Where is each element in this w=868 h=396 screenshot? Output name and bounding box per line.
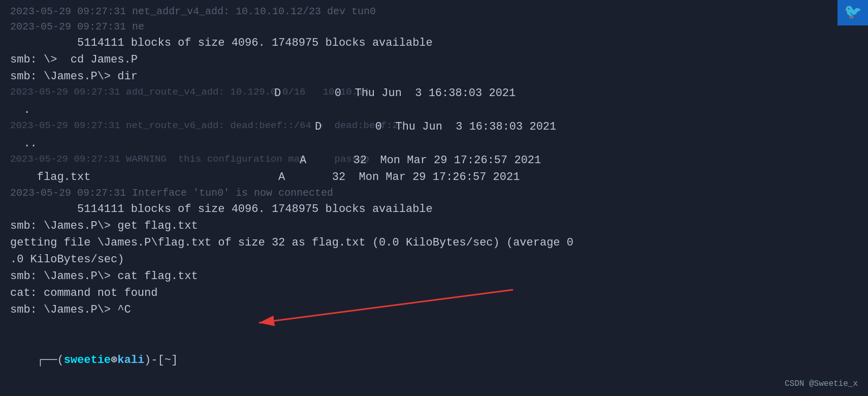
smb-cd-line: smb: \> cd James.P [10,51,858,68]
smb-cat-error: cat: command not found [10,285,858,301]
dir-flag-entry: A 32 Mon Mar 29 17:26:57 2021 [10,152,541,169]
blocks-line-1: 5114111 blocks of size 4096. 1748975 blo… [10,35,858,51]
smb-ctrlc-line: smb: \James.P\> ^C [10,301,858,318]
smb-cat-line: smb: \James.P\> cat flag.txt [10,268,858,285]
smb-get-output-1: getting file \James.P\flag.txt of size 3… [10,234,858,251]
prompt-host: kali [117,354,144,367]
logo-bird-icon: 🐦 [844,2,862,23]
shell-prompt-line: ┌──(sweetie⊛kali)-[~] [10,335,858,385]
log-line-connected: 2023-05-29 09:27:31 Interface 'tun0' is … [10,186,858,201]
smb-dir-line: smb: \James.P\> dir [10,68,858,85]
smb-get-line: smb: \James.P\> get flag.txt [10,218,858,234]
watermark: CSDN @Sweetie_x [785,378,858,390]
blocks-line-2: 5114111 blocks of size 4096. 1748975 blo… [10,201,858,218]
dir-dotdot: D 0 Thu Jun 3 16:38:03 2021 [10,118,556,135]
dir-double-dot: .. [10,135,858,152]
terminal-window: 2023-05-29 09:27:31 net_addr_v4_add: 10.… [0,0,868,396]
log-line-2: 2023-05-29 09:27:31 ne [10,19,858,35]
dir-single-dot: . [10,102,858,118]
prompt-user: sweetie [64,354,111,367]
dir-dot: D 0 Thu Jun 3 16:38:03 2021 [10,85,516,102]
prompt-path: ~ [165,354,171,367]
command-line: └─$ cat flag.txt [10,385,858,396]
log-line-1: 2023-05-29 09:27:31 net_addr_v4_add: 10.… [10,4,858,19]
blank-line [10,318,858,335]
smb-get-output-2: .0 KiloBytes/sec) [10,251,858,268]
dir-flag-txt: flag.txt A 32 Mon Mar 29 17:26:57 2021 [10,169,858,186]
logo-corner: 🐦 [838,0,868,25]
